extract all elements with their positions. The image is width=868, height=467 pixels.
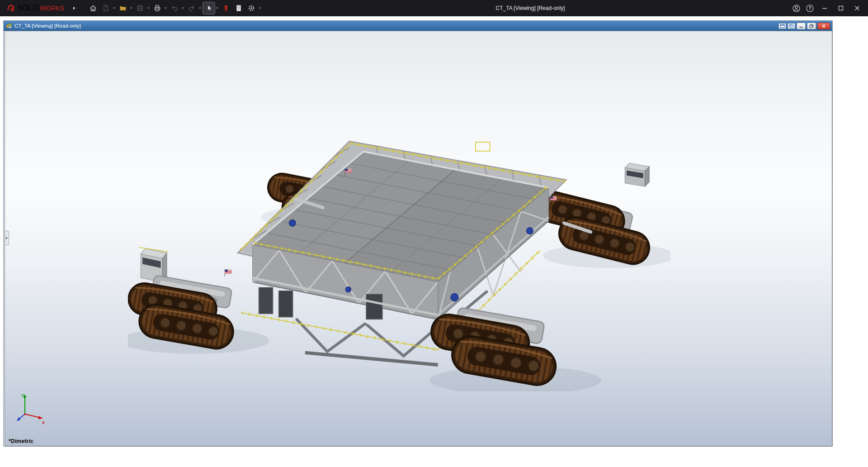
undo-button[interactable] bbox=[169, 2, 180, 14]
minimize-icon bbox=[821, 5, 828, 11]
red-marker-icon bbox=[222, 4, 230, 12]
crawler-model bbox=[128, 137, 670, 391]
window-layout-button-2[interactable] bbox=[788, 23, 795, 29]
minimize-button[interactable] bbox=[816, 0, 833, 16]
settings-dropdown-arrow[interactable]: ▾ bbox=[258, 2, 261, 14]
document-title: CT_TA [Viewing] [Read-only] bbox=[14, 23, 81, 29]
solidworks-logo: SOLIDWORKS bbox=[0, 4, 68, 13]
redo-dropdown-arrow[interactable]: ▾ bbox=[198, 2, 202, 14]
window-layout-icon-2 bbox=[789, 24, 794, 28]
doc-minimize-button[interactable] bbox=[797, 23, 806, 29]
select-tool-button[interactable] bbox=[203, 2, 215, 14]
open-dropdown-arrow[interactable]: ▾ bbox=[129, 2, 133, 14]
doc-restore-icon bbox=[809, 24, 814, 28]
save-icon bbox=[136, 4, 144, 12]
open-button[interactable] bbox=[117, 2, 129, 14]
new-document-icon bbox=[102, 4, 110, 12]
document-titlebar[interactable]: CT_TA [Viewing] [Read-only] bbox=[4, 21, 832, 31]
task-pane-icon bbox=[235, 4, 243, 12]
document-window: CT_TA [Viewing] [Read-only] bbox=[3, 20, 833, 447]
collapsed-panel-tab[interactable] bbox=[5, 231, 9, 245]
settings-gear-icon bbox=[247, 4, 255, 12]
help-icon: ? bbox=[806, 4, 814, 13]
dassault-logo-icon bbox=[6, 4, 15, 13]
triad-y-label: Y bbox=[21, 393, 24, 398]
document-window-controls bbox=[778, 23, 830, 29]
viewport-canvas[interactable]: Y X *Dimetric bbox=[5, 31, 832, 446]
svg-text:?: ? bbox=[808, 6, 811, 11]
orientation-triad[interactable]: Y X bbox=[15, 391, 47, 425]
close-icon bbox=[854, 5, 860, 11]
home-button[interactable] bbox=[87, 2, 99, 14]
maximize-icon bbox=[838, 5, 844, 11]
red-marker-button[interactable] bbox=[220, 2, 232, 14]
print-button[interactable] bbox=[151, 2, 163, 14]
panel-tab-arrow-icon bbox=[6, 237, 8, 239]
assembly-icon bbox=[6, 23, 12, 29]
window-controls: ? bbox=[789, 0, 865, 16]
select-dropdown-arrow[interactable]: ▾ bbox=[215, 2, 219, 14]
help-button[interactable]: ? bbox=[803, 0, 816, 16]
redo-button[interactable] bbox=[186, 2, 198, 14]
toolbar-expand-button[interactable] bbox=[68, 2, 80, 14]
print-icon bbox=[153, 4, 161, 12]
home-icon bbox=[89, 4, 97, 12]
window-layout-button-1[interactable] bbox=[778, 23, 786, 29]
new-document-button[interactable] bbox=[100, 2, 112, 14]
app-titlebar: SOLIDWORKS ▾ ▾ ▾ bbox=[0, 0, 868, 16]
open-icon bbox=[119, 4, 127, 12]
app-title: CT_TA [Viewing] [Read-only] bbox=[496, 5, 565, 11]
redo-icon bbox=[188, 4, 196, 12]
account-button[interactable] bbox=[789, 0, 803, 16]
triad-x-label: X bbox=[42, 420, 45, 425]
undo-icon bbox=[170, 4, 179, 12]
doc-close-icon bbox=[821, 24, 826, 28]
view-orientation-label: *Dimetric bbox=[9, 438, 33, 444]
maximize-button[interactable] bbox=[833, 0, 849, 16]
doc-restore-button[interactable] bbox=[807, 23, 816, 29]
brand-text-works: WORKS bbox=[40, 5, 64, 12]
toolbar-expand-icon bbox=[72, 6, 76, 10]
save-dropdown-arrow[interactable]: ▾ bbox=[146, 2, 150, 14]
doc-minimize-icon bbox=[799, 24, 803, 28]
doc-close-button[interactable] bbox=[817, 23, 830, 29]
settings-button[interactable] bbox=[245, 2, 257, 14]
brand-text-solid: SOLID bbox=[18, 4, 39, 12]
save-button[interactable] bbox=[134, 2, 146, 14]
window-layout-icon-1 bbox=[780, 24, 785, 28]
undo-dropdown-arrow[interactable]: ▾ bbox=[181, 2, 184, 14]
print-dropdown-arrow[interactable]: ▾ bbox=[164, 2, 167, 14]
select-cursor-icon bbox=[205, 4, 213, 12]
close-button[interactable] bbox=[849, 0, 865, 16]
task-pane-button[interactable] bbox=[233, 2, 245, 14]
account-icon bbox=[792, 4, 801, 13]
new-dropdown-arrow[interactable]: ▾ bbox=[112, 2, 116, 14]
